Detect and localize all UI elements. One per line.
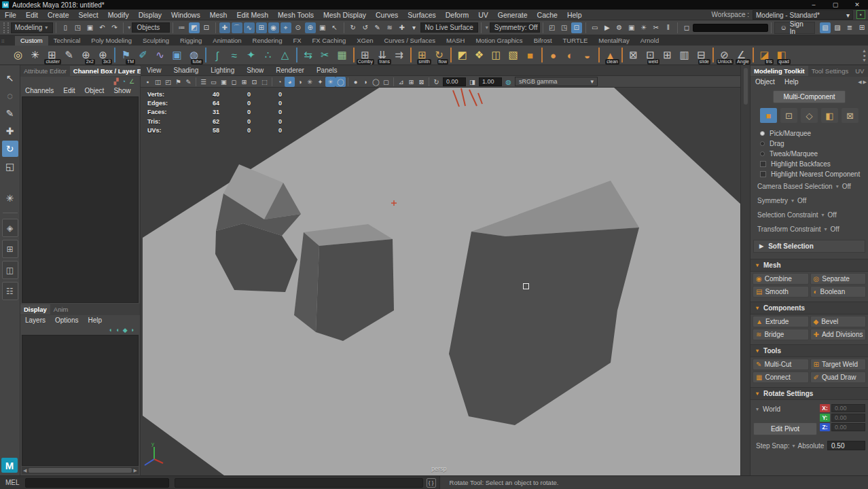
shelf-tab[interactable]: Rendering	[247, 36, 288, 46]
toolkit-button[interactable]: ▲Extrude	[753, 316, 809, 327]
layer-editor-content[interactable]	[22, 335, 139, 466]
add-icon[interactable]: ✚	[397, 22, 408, 33]
lock-selection-icon[interactable]: ▣	[317, 22, 328, 33]
multi-component-button[interactable]: Multi-Component	[773, 90, 845, 103]
shelf-paint-icon[interactable]: ✐	[134, 47, 151, 64]
lock-camera-icon[interactable]: ◫	[153, 77, 163, 87]
shelf-sphere-half-icon[interactable]: ◐	[562, 47, 579, 64]
shelf-tris-icon[interactable]: ◪ tris	[756, 47, 773, 64]
camera-attributes-icon[interactable]: ◰	[163, 77, 173, 87]
mode-object-icon[interactable]: ■	[760, 108, 777, 123]
undo-icon[interactable]: ↶	[96, 22, 107, 33]
shelf-lattice-2x2-icon[interactable]: ⊕ 2x2	[77, 47, 94, 64]
shelf-divider[interactable]	[408, 47, 414, 64]
viewport-menu-item[interactable]: Renderer	[270, 67, 310, 74]
menu-item[interactable]: Select	[74, 11, 103, 19]
safe-title-icon[interactable]: ⬚	[259, 77, 270, 87]
shelf-menu-grip[interactable]: ⁞⁞	[1, 38, 4, 44]
channelbox-toggle-icon[interactable]: ≣	[844, 22, 855, 33]
screen-space-ao-icon[interactable]: ◯	[336, 77, 346, 87]
shelf-divider[interactable]	[293, 47, 300, 64]
film-gate-icon[interactable]: ▭	[209, 77, 219, 87]
make-live-icon[interactable]: ⊙	[293, 22, 304, 33]
rename-icon[interactable]: ✎	[372, 22, 383, 33]
menu-item[interactable]: File	[0, 11, 21, 19]
toolkit-button[interactable]: ▤Smooth	[753, 286, 809, 297]
step-snap-value-field[interactable]: 0.50	[827, 441, 865, 450]
menu-item[interactable]: Windows	[166, 11, 205, 19]
menu-item[interactable]: Modify	[103, 11, 134, 19]
toolkit-menu-item[interactable]: Help	[780, 78, 803, 86]
shelf-grid-split-icon[interactable]: ⊞	[659, 47, 676, 64]
shelf-tab[interactable]: Sculpting	[137, 36, 175, 46]
menu-item[interactable]: Cache	[532, 11, 562, 19]
open-editor-icon[interactable]: ◰	[547, 22, 558, 33]
shelf-lattice-3x3-icon[interactable]: ⊕ 3x3	[94, 47, 111, 64]
command-input[interactable]	[25, 478, 169, 488]
layout-two-pane[interactable]: ◫	[2, 261, 18, 279]
shelf-target-icon[interactable]: ◎	[10, 47, 26, 64]
live-surface-field[interactable]: No Live Surface	[420, 22, 478, 33]
horizontal-scrollbar[interactable]: ◀ ▶	[22, 467, 139, 474]
tab-scroll-arrows[interactable]: ◀ ▶	[858, 79, 868, 85]
snap-grid-icon[interactable]: ✚	[219, 22, 230, 33]
snap-plane-icon[interactable]: ⊞	[256, 22, 267, 33]
shelf-uv-grid-icon[interactable]: ◩	[454, 47, 471, 64]
constraint-dropdown[interactable]: Selection Constraint ▾ Off	[751, 208, 868, 222]
shelf-select-border-icon[interactable]: ⊠	[625, 47, 642, 64]
textured-icon[interactable]: ◑	[295, 77, 305, 87]
channel-box-content[interactable]	[22, 96, 139, 303]
constraint-dropdown[interactable]: Symmetry ▾ Off	[751, 194, 868, 208]
shelf-divider[interactable]	[539, 47, 545, 64]
toolkit-tab[interactable]: Modeling Toolkit	[751, 66, 808, 76]
last-tool-icon[interactable]: ✳	[2, 190, 18, 206]
rotate-settings-header[interactable]: ▾ Rotate Settings	[751, 387, 868, 400]
shelf-divider[interactable]	[619, 47, 625, 64]
field-chart-icon[interactable]: ⊞	[239, 77, 249, 87]
scale-tool[interactable]: ◱	[2, 158, 18, 175]
toolkit-button[interactable]: ◆Bevel	[810, 316, 867, 327]
shelf-tab[interactable]: Bifrost	[528, 36, 558, 46]
sort-panel-icon[interactable]: ⊡	[571, 22, 582, 33]
wireframe-icon[interactable]: ◔	[274, 77, 285, 87]
layout-four-pane[interactable]: ⊞	[2, 240, 18, 258]
shelf-tab[interactable]: Arnold	[635, 36, 664, 46]
shelf-tab[interactable]: Poly Modeling	[86, 36, 137, 46]
scrollbar-thumb[interactable]	[29, 468, 131, 473]
depth-of-field-icon[interactable]: ◯	[371, 77, 381, 87]
mode-edge-icon[interactable]: ◇	[801, 108, 818, 123]
toolkit-button[interactable]: ≋Bridge	[753, 329, 809, 340]
shelf-angle-icon[interactable]: ∠ Angle	[733, 47, 750, 64]
select-component-icon[interactable]: ⊡	[201, 22, 212, 33]
snap-center-icon[interactable]: ⌖	[281, 22, 291, 33]
workspace-lock-icon[interactable]: ▪	[856, 10, 865, 19]
layout-outliner-persp[interactable]: ☷	[2, 282, 18, 300]
shelf-uv-stack-icon[interactable]: ❖	[471, 47, 488, 64]
gamma-field[interactable]: 1.00	[479, 77, 502, 86]
motion-blur-icon[interactable]: ●	[350, 77, 361, 87]
toolkit-button[interactable]: ▦Connect	[753, 372, 809, 383]
menu-item[interactable]: Deform	[441, 11, 473, 19]
shelf-curve-cv-icon[interactable]: ∴	[259, 47, 276, 64]
toolbox-toggle-icon[interactable]: ▧	[820, 22, 831, 33]
layer-menu-item[interactable]: Layers	[20, 316, 50, 324]
workspace-selector[interactable]: Modeling - Standard* ▾	[753, 10, 853, 20]
shelf-edit-membership-icon[interactable]: ✎	[60, 47, 77, 64]
shelf-tab[interactable]: TURTLE	[558, 36, 594, 46]
shaded-icon[interactable]: ◕	[285, 77, 295, 87]
toolkit-menu-item[interactable]: Object	[751, 78, 780, 86]
toolkit-tab[interactable]: Tool Settings	[808, 66, 852, 76]
shelf-divider[interactable]	[710, 47, 716, 64]
resolution-gate-icon[interactable]: ▣	[219, 77, 229, 87]
shelf-curve-edit-icon[interactable]: ✦	[242, 47, 259, 64]
shelf-tab[interactable]: Motion Graphics	[470, 36, 528, 46]
shelf-sphere-full-icon[interactable]: ●	[545, 47, 562, 64]
marquee-radio[interactable]: Drag	[751, 139, 868, 149]
gate-mask-icon[interactable]: ◻	[229, 77, 239, 87]
shelf-flow-icon[interactable]: ↻ flow	[431, 47, 448, 64]
history-caret-icon[interactable]: ▾	[409, 22, 420, 33]
shelf-divider[interactable]	[448, 47, 454, 64]
viewport-canvas[interactable]: y Verts: 40 0 0 Edges:	[141, 88, 740, 475]
shelf-tab[interactable]: XGen	[351, 36, 378, 46]
menu-item[interactable]: Mesh Tools	[273, 11, 319, 19]
